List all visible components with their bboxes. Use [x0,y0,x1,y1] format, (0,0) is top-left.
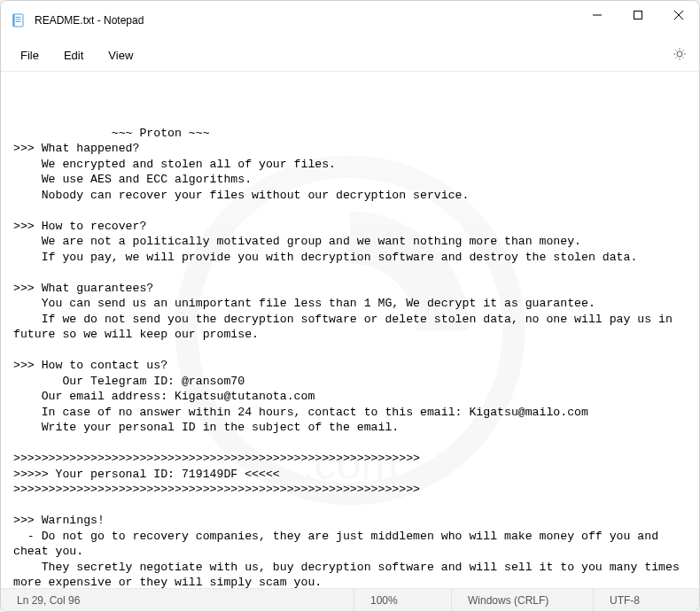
svg-rect-0 [13,14,23,27]
text-line: You can send us an unimportant file less… [13,297,595,310]
text-line: Our Telegram ID: @ransom70 [13,375,245,388]
menu-edit[interactable]: Edit [51,43,96,67]
settings-button[interactable] [660,42,699,70]
window-controls [577,1,699,40]
titlebar: README.txt - Notepad [1,1,699,40]
menu-view[interactable]: View [96,43,145,67]
text-area[interactable]: .com ~~~ Proton ~~~ >>> What happened? W… [1,72,699,588]
document-text: ~~~ Proton ~~~ >>> What happened? We enc… [13,126,690,589]
text-line: ~~~ Proton ~~~ [13,127,210,140]
text-line: >>>>>>>>>>>>>>>>>>>>>>>>>>>>>>>>>>>>>>>>… [13,452,420,465]
menubar: File Edit View [1,40,699,72]
text-line: Our email address: Kigatsu@tutanota.com [13,390,315,403]
statusbar: Ln 29, Col 96 100% Windows (CRLF) UTF-8 [1,588,699,611]
svg-rect-6 [634,12,642,19]
text-line: >>> What happened? [13,142,139,155]
text-line: We are not a politically motivated group… [13,235,581,248]
text-line: >>> How to recover? [13,220,146,233]
text-line: >>> How to contact us? [13,359,167,372]
text-line: We use AES and ECC algorithms. [13,173,252,186]
text-line: In case of no answer within 24 hours, co… [13,406,588,419]
window-title: README.txt - Notepad [35,14,577,27]
svg-rect-4 [13,14,15,27]
status-position: Ln 29, Col 96 [1,589,231,611]
text-line: They secretly negotiate with us, buy dec… [13,561,687,589]
text-line: - Do not go to recovery companies, they … [13,530,665,559]
text-line: If you pay, we will provide you with dec… [13,251,637,264]
gear-icon [673,47,687,61]
text-line: >>>>>>>>>>>>>>>>>>>>>>>>>>>>>>>>>>>>>>>>… [13,483,420,496]
text-line: If we do not send you the decryption sof… [13,313,680,342]
notepad-window: README.txt - Notepad File Edit View [0,0,700,612]
text-line: >>> Warnings! [13,514,105,527]
maximize-button[interactable] [618,1,658,29]
status-zoom[interactable]: 100% [354,589,451,611]
status-encoding: UTF-8 [593,589,699,611]
menu-file[interactable]: File [8,43,51,67]
text-line: >>>>> Your personal ID: 719149DF <<<<< [13,468,280,481]
minimize-button[interactable] [577,1,618,29]
text-line: We encrypted and stolen all of your file… [13,158,336,171]
text-line: >>> What guarantees? [13,282,153,295]
status-lineending: Windows (CRLF) [451,589,593,611]
notepad-icon [12,13,26,27]
close-button[interactable] [658,1,699,29]
text-line: Nobody can recover your files without ou… [13,189,469,202]
text-line: Write your personal ID in the subject of… [13,421,399,434]
